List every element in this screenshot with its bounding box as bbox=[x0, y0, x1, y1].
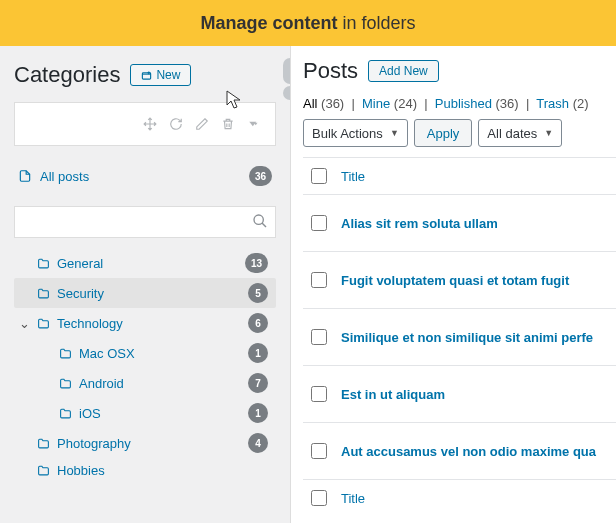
folder-count: 7 bbox=[248, 373, 268, 393]
folder-label: Photography bbox=[57, 436, 131, 451]
new-folder-button[interactable]: New bbox=[130, 64, 191, 86]
folder-tree: General13Security5⌄Technology6Mac OSX1An… bbox=[14, 248, 276, 483]
row-checkbox[interactable] bbox=[311, 215, 327, 231]
folder-label: Mac OSX bbox=[79, 346, 135, 361]
select-all-checkbox[interactable] bbox=[311, 168, 327, 184]
post-title-link[interactable]: Aut accusamus vel non odio maxime qua bbox=[341, 444, 596, 459]
row-checkbox[interactable] bbox=[311, 329, 327, 345]
col-title[interactable]: Title bbox=[341, 169, 365, 184]
folder-label: Android bbox=[79, 376, 124, 391]
post-title-link[interactable]: Fugit voluptatem quasi et totam fugit bbox=[341, 273, 569, 288]
folder-label: General bbox=[57, 256, 103, 271]
folder-count: 4 bbox=[248, 433, 268, 453]
folder-icon bbox=[36, 437, 51, 450]
bulk-actions-select[interactable]: Bulk Actions bbox=[303, 119, 408, 147]
folder-toolbar bbox=[14, 102, 276, 146]
table-row: Fugit voluptatem quasi et totam fugit bbox=[303, 251, 616, 308]
select-all-checkbox-foot[interactable] bbox=[311, 490, 327, 506]
folder-item[interactable]: iOS1 bbox=[14, 398, 276, 428]
folder-item[interactable]: Photography4 bbox=[14, 428, 276, 458]
refresh-icon[interactable] bbox=[169, 117, 183, 131]
all-posts-item[interactable]: All posts 36 bbox=[14, 158, 276, 194]
filter-trash[interactable]: Trash bbox=[536, 96, 569, 111]
folder-item[interactable]: General13 bbox=[14, 248, 276, 278]
folder-label: Technology bbox=[57, 316, 123, 331]
folder-label: Security bbox=[57, 286, 104, 301]
expand-arrow[interactable]: ⌄ bbox=[18, 316, 30, 331]
folder-item[interactable]: Mac OSX1 bbox=[14, 338, 276, 368]
post-status-filters: All (36) | Mine (24) | Published (36) | … bbox=[303, 96, 616, 111]
add-new-button[interactable]: Add New bbox=[368, 60, 439, 82]
table-row: Est in ut aliquam bbox=[303, 365, 616, 422]
move-icon[interactable] bbox=[143, 117, 157, 131]
filter-mine[interactable]: Mine bbox=[362, 96, 390, 111]
trash-icon[interactable] bbox=[221, 117, 235, 131]
banner: Manage content in folders bbox=[0, 0, 616, 46]
table-row: Similique et non similique sit animi per… bbox=[303, 308, 616, 365]
folder-icon bbox=[36, 257, 51, 270]
folder-item[interactable]: Android7 bbox=[14, 368, 276, 398]
folder-item[interactable]: Hobbies bbox=[14, 458, 276, 483]
row-checkbox[interactable] bbox=[311, 443, 327, 459]
sidebar-title: Categories bbox=[14, 62, 120, 88]
post-title-link[interactable]: Est in ut aliquam bbox=[341, 387, 445, 402]
folder-count: 1 bbox=[248, 343, 268, 363]
col-title-foot[interactable]: Title bbox=[341, 491, 365, 506]
folder-icon bbox=[36, 317, 51, 330]
main-panel: Posts Add New All (36) | Mine (24) | Pub… bbox=[290, 46, 616, 523]
folder-count: 6 bbox=[248, 313, 268, 333]
folder-icon bbox=[36, 287, 51, 300]
new-folder-label: New bbox=[156, 68, 180, 82]
row-checkbox[interactable] bbox=[311, 386, 327, 402]
edit-icon[interactable] bbox=[195, 117, 209, 131]
new-icon bbox=[141, 70, 152, 81]
add-new-label: Add New bbox=[379, 64, 428, 78]
folder-item[interactable]: Security5 bbox=[14, 278, 276, 308]
search-icon bbox=[252, 213, 268, 229]
row-checkbox[interactable] bbox=[311, 272, 327, 288]
folder-icon bbox=[58, 407, 73, 420]
svg-point-1 bbox=[254, 215, 263, 224]
file-icon bbox=[18, 169, 32, 183]
banner-rest: in folders bbox=[337, 13, 415, 33]
posts-title: Posts bbox=[303, 58, 358, 84]
folder-label: iOS bbox=[79, 406, 101, 421]
folder-label: Hobbies bbox=[57, 463, 105, 478]
dates-select[interactable]: All dates bbox=[478, 119, 562, 147]
folder-icon bbox=[58, 377, 73, 390]
post-title-link[interactable]: Alias sit rem soluta ullam bbox=[341, 216, 498, 231]
banner-strong: Manage content bbox=[200, 13, 337, 33]
table-row: Aut accusamus vel non odio maxime qua bbox=[303, 422, 616, 479]
sidebar: Categories New All posts 36 General13Sec bbox=[0, 46, 290, 523]
folder-search-input[interactable] bbox=[14, 206, 276, 238]
folder-icon bbox=[36, 464, 51, 477]
folder-count: 13 bbox=[245, 253, 268, 273]
apply-button[interactable]: Apply bbox=[414, 119, 473, 147]
filter-published[interactable]: Published bbox=[435, 96, 492, 111]
folder-item[interactable]: ⌄Technology6 bbox=[14, 308, 276, 338]
table-row: Alias sit rem soluta ullam bbox=[303, 194, 616, 251]
folder-count: 1 bbox=[248, 403, 268, 423]
sort-icon[interactable] bbox=[247, 117, 261, 131]
post-title-link[interactable]: Similique et non similique sit animi per… bbox=[341, 330, 593, 345]
table-header: Title bbox=[303, 157, 616, 194]
folder-count: 5 bbox=[248, 283, 268, 303]
folder-icon bbox=[58, 347, 73, 360]
all-posts-label: All posts bbox=[40, 169, 89, 184]
table-footer: Title bbox=[303, 479, 616, 516]
filter-all[interactable]: All (36) bbox=[303, 96, 344, 111]
all-posts-count: 36 bbox=[249, 166, 272, 186]
